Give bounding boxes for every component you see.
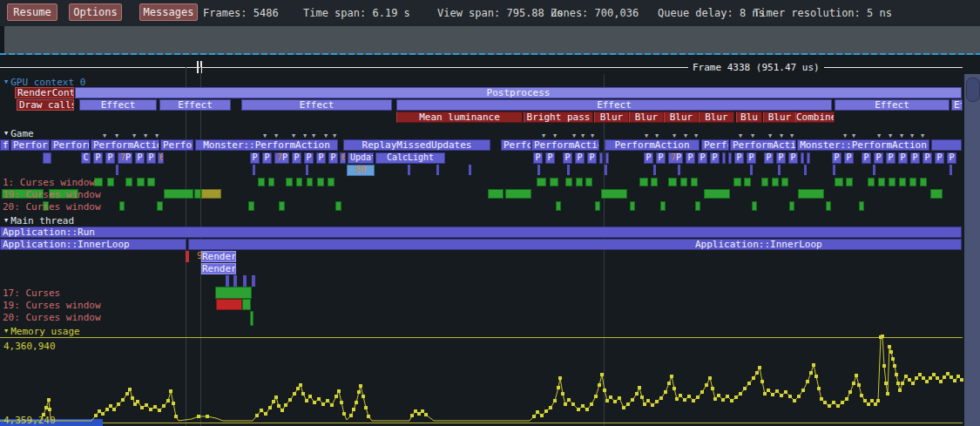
zone-p[interactable]: 7P xyxy=(274,152,289,164)
zone-perforr[interactable]: Perforr xyxy=(10,139,50,151)
zone-p[interactable]: P xyxy=(575,152,585,164)
zone-p[interactable]: P xyxy=(533,152,543,164)
zone-postprocess[interactable]: Postprocess xyxy=(75,87,962,98)
zone-box[interactable] xyxy=(306,165,308,175)
zone-effect[interactable]: Effect xyxy=(159,99,231,111)
zone-p[interactable]: P xyxy=(776,152,786,164)
zone-p[interactable]: P xyxy=(135,152,145,164)
gpu-context-header[interactable]: ▼GPU context 0 xyxy=(4,77,85,88)
zone-box[interactable] xyxy=(678,165,680,175)
zone-box[interactable] xyxy=(750,165,753,175)
zone-p[interactable]: P xyxy=(947,152,956,164)
zone-box[interactable] xyxy=(950,165,952,175)
zone-perfc[interactable]: Perfc xyxy=(701,139,729,151)
zone-p[interactable]: P xyxy=(686,152,695,164)
zone-effect[interactable]: Effect xyxy=(835,99,950,111)
zone-50[interactable]: 50 xyxy=(347,165,375,176)
zone-p[interactable]: P xyxy=(292,152,301,164)
zone-bright-pass[interactable]: Bright pass xyxy=(524,112,593,123)
zone-box[interactable] xyxy=(43,152,51,164)
zone-application-innerloop[interactable]: Application::InnerLoop xyxy=(0,239,186,250)
zone-effect[interactable]: Effect xyxy=(79,99,157,111)
zone-box[interactable] xyxy=(469,165,471,175)
zone-box[interactable] xyxy=(252,275,255,287)
zone-render[interactable]: Render xyxy=(201,263,236,274)
zone-p[interactable]: P xyxy=(710,152,720,164)
zone-blur[interactable]: Blur xyxy=(629,112,664,123)
zone-application-run[interactable]: Application::Run xyxy=(0,227,962,238)
zone-p[interactable]: P xyxy=(316,152,326,164)
zone-blur[interactable]: Blur xyxy=(763,112,796,123)
zone-mean-luminance[interactable]: Mean luminance xyxy=(396,112,523,123)
memory-usage-header[interactable]: ▼Memory usage xyxy=(4,326,80,337)
zone-p[interactable]: 7P xyxy=(668,152,683,164)
zone-box[interactable] xyxy=(722,152,726,164)
zone-p[interactable]: P xyxy=(328,152,338,164)
zone-perfo[interactable]: Perfo xyxy=(160,139,193,151)
zone-box[interactable] xyxy=(728,152,732,164)
zone-combine[interactable]: Combine xyxy=(795,112,835,123)
zone-draw-calls[interactable]: Draw calls xyxy=(17,99,74,111)
zone-p[interactable]: P xyxy=(563,152,572,164)
zone-p[interactable]: P xyxy=(832,152,841,164)
zone-renderconte[interactable]: RenderConte xyxy=(15,87,74,98)
zone-p[interactable]: P xyxy=(304,152,314,164)
zone-blur[interactable]: Blur xyxy=(664,112,699,123)
zone-p[interactable]: P xyxy=(262,152,272,164)
memory-usage-plot[interactable] xyxy=(0,0,980,426)
vertical-scrollbar-track[interactable] xyxy=(964,74,980,426)
zone-blu[interactable]: Blu xyxy=(736,112,762,123)
zone-box[interactable] xyxy=(833,165,835,175)
zone-p[interactable]: P xyxy=(874,152,883,164)
zone-box[interactable] xyxy=(801,152,804,164)
zone-blur[interactable]: Blur xyxy=(699,112,734,123)
zone-performaction[interactable]: PerformAction xyxy=(605,139,700,151)
zone-p[interactable]: P xyxy=(747,152,756,164)
zone-p[interactable]: P xyxy=(788,152,798,164)
zone-p[interactable]: P xyxy=(935,152,944,164)
zone-box[interactable] xyxy=(873,165,875,175)
zone-application-innerloop[interactable]: Application::InnerLoop xyxy=(188,239,962,250)
zone-p[interactable]: P xyxy=(923,152,932,164)
zone-effect[interactable]: Effect xyxy=(241,99,392,111)
zone-box[interactable]: 6 xyxy=(340,152,346,164)
zone-p[interactable]: P xyxy=(545,152,555,164)
zone-performactio[interactable]: PerformActio xyxy=(531,139,599,151)
zone-box[interactable] xyxy=(605,165,607,175)
zone-calclight[interactable]: CalcLight xyxy=(375,152,445,164)
zone-p[interactable]: P xyxy=(93,152,103,164)
zone-perform[interactable]: Perform xyxy=(51,139,90,151)
zone-performaction[interactable]: PerformAction xyxy=(91,139,159,151)
zone-p[interactable]: P xyxy=(764,152,774,164)
zone-box[interactable] xyxy=(186,251,189,262)
zone-box[interactable] xyxy=(243,275,247,287)
zone-p[interactable]: P xyxy=(886,152,896,164)
zone-ef[interactable]: Ef xyxy=(951,99,963,111)
zone-monster-performaction[interactable]: Monster::PerformAction xyxy=(195,139,338,151)
zone-p[interactable]: P xyxy=(587,152,597,164)
zone-render[interactable]: Render xyxy=(201,251,236,262)
zone-box[interactable] xyxy=(605,152,609,164)
zone-p[interactable]: 7P xyxy=(118,152,132,164)
zone-box[interactable] xyxy=(233,275,237,287)
zone-perfc[interactable]: Perfc xyxy=(501,139,531,151)
zone-box[interactable] xyxy=(599,152,603,164)
zone-fo[interactable]: fo xyxy=(0,139,10,151)
zone-performactic[interactable]: PerformActic xyxy=(730,139,796,151)
zone-replaymissedupdates[interactable]: ReplayMissedUpdates xyxy=(343,139,490,151)
zone-p[interactable]: P xyxy=(844,152,854,164)
zone-p[interactable]: P xyxy=(898,152,908,164)
zone-p[interactable]: P xyxy=(146,152,156,164)
zone-box[interactable] xyxy=(436,165,439,175)
zone-box[interactable]: 6 xyxy=(158,152,164,164)
zone-p[interactable]: P xyxy=(862,152,871,164)
zone-box[interactable] xyxy=(804,165,807,175)
zone-p[interactable]: P xyxy=(698,152,707,164)
main-thread-header[interactable]: ▼Main thread xyxy=(4,215,74,227)
zone-effect[interactable]: Effect xyxy=(396,99,832,111)
zone-c[interactable]: C xyxy=(81,152,91,164)
zone-box[interactable] xyxy=(226,275,229,287)
zone-box[interactable] xyxy=(116,165,118,175)
zone-monster-performaction[interactable]: Monster::PerformAction xyxy=(797,139,929,151)
zone-p[interactable]: P xyxy=(734,152,744,164)
